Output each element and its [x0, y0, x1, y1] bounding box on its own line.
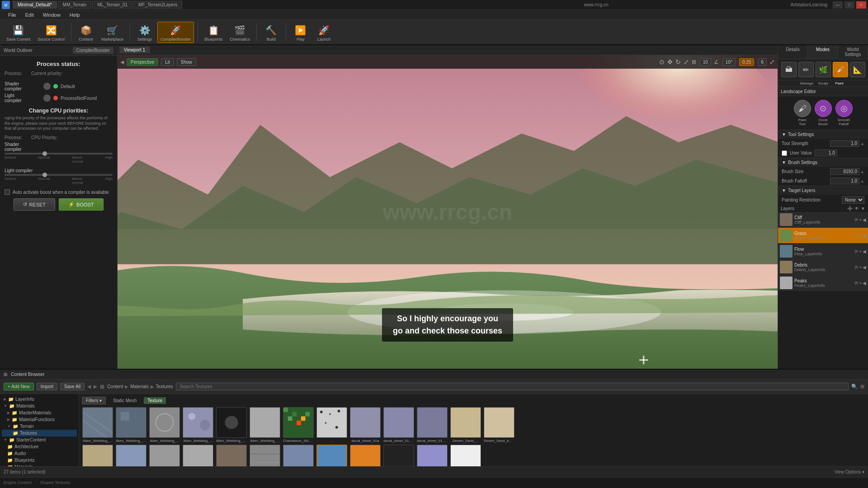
- viewport-tab-1[interactable]: Viewport 1: [119, 47, 150, 53]
- save-all-button[interactable]: Save All: [60, 383, 85, 390]
- debris-action-2[interactable]: +: [859, 265, 862, 270]
- texture-desertsand-roughness[interactable]: Desert_Sand_roughness: [149, 445, 180, 466]
- mode-icon-1[interactable]: 🏔: [781, 62, 797, 77]
- content-button[interactable]: 📦 Content: [75, 22, 97, 42]
- light-slider-track[interactable]: [5, 174, 113, 176]
- user-value-input[interactable]: [815, 150, 837, 156]
- texture-tdefault-normal[interactable]: T_Default_Normal: [416, 445, 448, 466]
- settings-button[interactable]: ⚙️ Settings: [134, 22, 156, 42]
- painting-restriction-select[interactable]: None: [842, 196, 864, 204]
- minimize-button[interactable]: —: [833, 1, 843, 9]
- texture-alien-webbing-1[interactable]: Alien_Webbing_...: [82, 407, 113, 443]
- tree-terrain[interactable]: ▼ 📁 Terrain: [2, 423, 77, 430]
- cb-settings-icon[interactable]: ⊞: [860, 384, 864, 389]
- layers-eye-icon[interactable]: 👁: [854, 206, 859, 211]
- scale-value[interactable]: 0.25: [739, 58, 754, 66]
- tree-materialfunctions[interactable]: ▶ 📁 MaterialFunctions: [2, 416, 77, 423]
- texture-desertsand-height[interactable]: Desert_Sand_height: [82, 445, 113, 466]
- texture-alien-webbing-opacity[interactable]: Alien_Webbing_Opacity: [216, 407, 247, 443]
- tab-mm-terrain[interactable]: MM_Terrain: [58, 1, 92, 9]
- menu-edit[interactable]: Edit: [21, 11, 38, 19]
- marketplace-button[interactable]: 🛒 Marketplace: [99, 22, 126, 42]
- texture-desertsand-bc[interactable]: Desert_Sand_basecolor: [483, 407, 515, 443]
- menu-help[interactable]: Help: [65, 11, 85, 19]
- tree-textures-selected[interactable]: 📁 Textures: [2, 430, 77, 436]
- save-current-button[interactable]: 💾 Save Current: [4, 22, 33, 42]
- shader-slider-thumb[interactable]: [42, 151, 47, 156]
- nav-back-icon[interactable]: ◀: [87, 384, 91, 389]
- blueprints-button[interactable]: 📋 Blueprints: [202, 22, 225, 42]
- tree-layerinfo[interactable]: ▶ 📁 LayerInfo: [2, 396, 77, 403]
- snap-value[interactable]: 10°: [722, 58, 736, 66]
- cb-search-icon[interactable]: 🔍: [851, 384, 858, 389]
- texture-tdefault-white[interactable]: T_Default_White: [450, 445, 481, 466]
- light-slider-thumb[interactable]: [42, 173, 47, 177]
- add-new-button[interactable]: + Add New: [4, 383, 34, 390]
- tab-minimal-default[interactable]: Minimal_Default*: [13, 1, 57, 9]
- texture-desertsand-1[interactable]: Desert_Sand_...: [450, 407, 481, 443]
- cliff-action-3[interactable]: ◀: [863, 217, 866, 222]
- layer-debris[interactable]: Debris Debris_LayerInfo ⟳ + ◀: [778, 259, 868, 275]
- debris-action-1[interactable]: ⟳: [854, 265, 858, 270]
- user-value-checkbox[interactable]: [782, 150, 787, 156]
- tool-settings-header[interactable]: ▼ Tool Settings: [778, 130, 868, 139]
- flow-action-1[interactable]: ⟳: [854, 249, 858, 254]
- compilerbooster-button[interactable]: 🚀 CompilerBooster: [157, 22, 194, 43]
- tree-mastermaterials[interactable]: ▶ 📁 MasterMaterials: [2, 409, 77, 416]
- tree-blueprints[interactable]: 📁 Blueprints: [2, 457, 77, 464]
- peaks-action-3[interactable]: ◀: [863, 281, 866, 286]
- launch-button[interactable]: 🚀 Launch: [313, 22, 335, 42]
- path-materials[interactable]: Materials: [130, 384, 149, 389]
- viewport[interactable]: ◀ Perspective Lit Show ⊙ ✥ ↻ ⤢ ⊞ 10 ∠ 10…: [118, 55, 778, 369]
- compilerbooster-tab-label[interactable]: CompilerBooster: [73, 47, 113, 54]
- path-content[interactable]: Content: [107, 384, 123, 389]
- layer-cliff[interactable]: Cliff Cliff_LayerInfo ⟳ + ◀: [778, 212, 868, 228]
- texture-decal1h[interactable]: decal_sheet_01a_H: [383, 407, 415, 443]
- lit-button[interactable]: Lit: [161, 58, 174, 66]
- layer-grass[interactable]: Grass Grass_LayerInfo ⟳ + ◀: [778, 228, 868, 244]
- circle-brush-icon[interactable]: ⊙: [815, 100, 832, 117]
- build-button[interactable]: 🔨 Build: [260, 22, 282, 42]
- texture-decal1n[interactable]: decal_sheet_01a_N: [416, 407, 448, 443]
- texture-alien-webbing-6[interactable]: Alien_Webbing_...: [249, 407, 281, 443]
- world-settings-tab[interactable]: World Settings: [838, 45, 868, 59]
- paint-brush-icon[interactable]: 🖌: [794, 100, 811, 117]
- tool-strength-up[interactable]: ▲: [860, 141, 864, 146]
- source-control-button[interactable]: 🔀 Source Control: [35, 22, 67, 42]
- tree-architecture[interactable]: 📁 Architecture: [2, 443, 77, 450]
- brush-falloff-up[interactable]: ▲: [860, 179, 864, 183]
- texture-chameleon[interactable]: Chameleon_Skin_ba...: [283, 407, 314, 443]
- view-options-btn[interactable]: View Options ▾: [834, 469, 864, 474]
- play-button[interactable]: ▶️ Play: [290, 22, 311, 42]
- texture-tab[interactable]: Texture: [144, 397, 166, 404]
- layer-peaks[interactable]: Peaks Peaks_LayerInfo ⟳ + ◀: [778, 275, 868, 291]
- texture-alien-webbing-bc[interactable]: Alien_Webbing_BC: [115, 407, 147, 443]
- debris-action-3[interactable]: ◀: [863, 265, 866, 270]
- mode-icon-5[interactable]: 📐: [850, 62, 865, 77]
- menu-file[interactable]: File: [4, 11, 21, 19]
- layer-flow[interactable]: Flow Flow_LayerInfo ⟳ + ◀: [778, 244, 868, 259]
- tree-startercontent[interactable]: ▼ 📁 StarterContent: [2, 436, 77, 443]
- boost-button[interactable]: ⚡ BOOST: [59, 198, 104, 211]
- modes-tab[interactable]: Modes: [808, 45, 838, 59]
- reset-button[interactable]: ↺ RESET: [14, 198, 55, 211]
- peaks-action-1[interactable]: ⟳: [854, 281, 858, 286]
- texture-strangler-roughness[interactable]: Strangler_Fig_roughness: [316, 445, 348, 466]
- texture-strangler-normal[interactable]: Strangler_Fig_normal: [283, 445, 314, 466]
- grass-action-1[interactable]: ⟳: [854, 233, 858, 238]
- cliff-action-1[interactable]: ⟳: [854, 217, 858, 222]
- target-layers-header[interactable]: ▼ Target Layers: [778, 186, 868, 195]
- texture-dots[interactable]: ...: [316, 407, 348, 443]
- layers-add-icon[interactable]: ➕: [847, 206, 853, 211]
- mode-icon-paint[interactable]: 🖌: [833, 62, 848, 77]
- texture-strangler-1[interactable]: Strangler_Fig_...: [216, 445, 247, 466]
- cliff-action-2[interactable]: +: [859, 217, 862, 222]
- texture-tdefault-arm[interactable]: T_Default_ARM: [349, 445, 381, 466]
- show-button[interactable]: Show: [177, 58, 196, 66]
- mode-icon-3[interactable]: 🌿: [816, 62, 831, 77]
- grass-action-2[interactable]: +: [859, 233, 862, 238]
- details-tab[interactable]: Details: [778, 45, 808, 59]
- smooth-falloff-icon[interactable]: ◎: [835, 100, 853, 117]
- tab-mf-terrain[interactable]: MF_Terrain2Layers: [133, 1, 182, 9]
- layers-menu-icon[interactable]: ▼: [861, 206, 865, 211]
